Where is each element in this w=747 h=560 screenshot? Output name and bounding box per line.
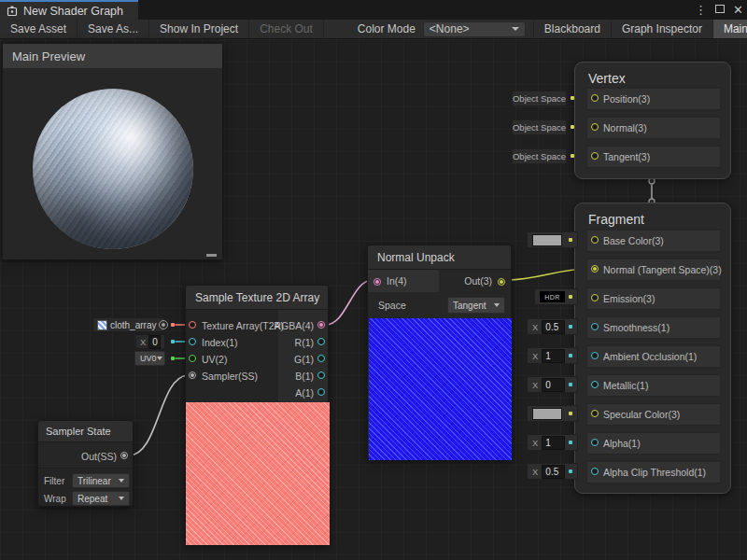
ambient-occlusion-value-field[interactable]: X 1 xyxy=(527,347,578,364)
maximize-icon[interactable] xyxy=(715,0,725,20)
smoothness-port[interactable] xyxy=(591,323,599,330)
wire-dot xyxy=(569,238,572,242)
g-row: G(1) xyxy=(278,352,328,367)
alpha-port[interactable] xyxy=(591,439,599,446)
alpha-value-field[interactable]: X 1 xyxy=(527,434,578,451)
specular-color-slot: Specular Color(3) xyxy=(586,403,721,426)
color-mode-label: Color Mode xyxy=(350,22,423,35)
out-ss-port[interactable] xyxy=(120,452,128,459)
toolbar: Save Asset Save As... Show In Project Ch… xyxy=(0,20,747,39)
alpha-clip-threshold-port[interactable] xyxy=(591,468,599,475)
main-preview-toggle-button[interactable]: Main Preview xyxy=(712,20,747,38)
tab-title: New Shader Graph xyxy=(23,5,123,18)
cloth-array-texture-field[interactable]: cloth_array xyxy=(92,317,165,332)
wire-dot xyxy=(171,357,175,360)
normal-space-chip: Object Space xyxy=(512,119,567,135)
main-preview-header[interactable]: Main Preview xyxy=(3,44,222,68)
save-asset-button[interactable]: Save Asset xyxy=(0,20,78,38)
emission-hdr-field[interactable]: HDR xyxy=(534,288,578,305)
close-icon[interactable]: ✕ xyxy=(733,0,743,20)
specular-color-swatch-field[interactable] xyxy=(527,405,578,422)
alpha-clip-threshold-value-field[interactable]: X 0.5 xyxy=(527,463,578,480)
uv-channel-dropdown[interactable]: UV0 xyxy=(134,351,165,366)
index-row: Index(1) xyxy=(186,335,278,350)
ambient-occlusion-port[interactable] xyxy=(591,352,599,359)
vertex-tangent-slot: Tangent(3) xyxy=(586,146,721,168)
sampler-state-node[interactable]: Sampler State Out(SS) Filter Trilinear W… xyxy=(37,420,134,507)
rgba-port[interactable] xyxy=(317,321,325,329)
shader-preview-sphere xyxy=(33,89,193,249)
preview-resize-handle[interactable] xyxy=(206,254,217,257)
wire-rgba-to-normal-unpack xyxy=(326,280,373,325)
sampler-port[interactable] xyxy=(189,371,196,379)
uv-row: UV(2) xyxy=(186,352,278,367)
wrap-dropdown[interactable]: Repeat xyxy=(72,491,130,506)
blackboard-toggle-button[interactable]: Blackboard xyxy=(533,20,611,38)
document-tab[interactable]: New Shader Graph xyxy=(0,0,138,20)
specular-color-port[interactable] xyxy=(591,410,599,417)
in-port[interactable] xyxy=(374,278,381,286)
metallic-slot: Metallic(1) xyxy=(586,374,721,397)
toolbar-right-group: Blackboard Graph Inspector Main Preview xyxy=(533,20,747,38)
shader-graph-window: New Shader Graph ⋮ ✕ Save Asset Save As.… xyxy=(0,0,747,560)
maximize-glyph xyxy=(715,5,725,13)
out-port[interactable] xyxy=(498,278,505,286)
sampled-texture-preview xyxy=(186,402,330,545)
index-value-field[interactable]: X 0 xyxy=(135,334,165,349)
kebab-menu-icon[interactable]: ⋮ xyxy=(695,0,707,20)
ambient-occlusion-slot: Ambient Occlusion(1) xyxy=(586,345,721,368)
wire-dot xyxy=(569,412,572,415)
normal-unpack-node[interactable]: Normal Unpack In(4) Out(3) Space Tangent xyxy=(367,245,512,459)
main-preview-panel[interactable]: Main Preview xyxy=(3,44,222,259)
show-in-project-button[interactable]: Show In Project xyxy=(149,20,249,38)
chevron-down-icon xyxy=(119,497,124,500)
wire-dot xyxy=(569,469,572,473)
normal-map-preview xyxy=(369,318,512,460)
position-port[interactable] xyxy=(591,94,599,102)
vertex-block[interactable]: Vertex Position(3) Normal(3) Tangent(3) xyxy=(574,62,731,179)
color-mode-group: Color Mode <None> xyxy=(350,20,533,38)
alpha-slot: Alpha(1) xyxy=(586,432,721,455)
tangent-port[interactable] xyxy=(591,152,599,160)
metallic-port[interactable] xyxy=(591,381,599,388)
color-mode-dropdown[interactable]: <None> xyxy=(423,21,526,37)
node-title: Sampler State xyxy=(38,421,133,442)
wire-dot xyxy=(569,383,572,386)
fragment-block[interactable]: Fragment Base Color(3) Normal (Tangent S… xyxy=(574,203,731,494)
wire-dot xyxy=(171,340,175,343)
normal-tangent-space-port[interactable] xyxy=(591,265,599,273)
texture-array-port[interactable] xyxy=(189,321,196,329)
vertex-position-slot: Position(3) xyxy=(586,88,721,110)
normal-tangent-space-slot: Normal (Tangent Space)(3) xyxy=(586,259,721,281)
texture-array-row: Texture Array(T2A) xyxy=(186,318,278,333)
metallic-value-field[interactable]: X 0 xyxy=(527,376,578,393)
emission-port[interactable] xyxy=(591,294,599,301)
alpha-clip-threshold-slot: Alpha Clip Threshold(1) xyxy=(586,461,721,483)
a-port[interactable] xyxy=(317,388,325,396)
b-port[interactable] xyxy=(317,371,325,379)
normal-port[interactable] xyxy=(591,123,599,131)
filter-dropdown[interactable]: Trilinear xyxy=(72,473,130,488)
index-port[interactable] xyxy=(189,338,196,345)
chevron-down-icon xyxy=(157,357,162,360)
base-color-swatch-field[interactable] xyxy=(527,231,578,248)
uv-port[interactable] xyxy=(189,355,196,362)
smoothness-value-field[interactable]: X 0.5 xyxy=(527,318,578,335)
wire-dot xyxy=(569,354,572,357)
vertex-block-title: Vertex xyxy=(575,63,730,86)
sample-texture-2d-array-node[interactable]: Sample Texture 2D Array Texture Array(T2… xyxy=(185,285,329,544)
graph-canvas[interactable]: Main Preview Vertex Position(3) Normal(3… xyxy=(0,39,747,560)
tangent-space-chip: Object Space xyxy=(512,148,567,164)
g-port[interactable] xyxy=(317,355,325,362)
color-swatch[interactable] xyxy=(532,408,562,420)
save-as-button[interactable]: Save As... xyxy=(78,20,149,38)
r-port[interactable] xyxy=(317,338,325,345)
wire-dot xyxy=(171,323,175,327)
hdr-color-swatch[interactable]: HDR xyxy=(540,291,565,302)
graph-inspector-toggle-button[interactable]: Graph Inspector xyxy=(611,20,712,38)
color-swatch[interactable] xyxy=(532,234,562,246)
space-dropdown[interactable]: Tangent xyxy=(447,297,505,314)
base-color-port[interactable] xyxy=(591,236,599,244)
check-out-button: Check Out xyxy=(249,20,324,38)
r-row: R(1) xyxy=(278,335,328,350)
